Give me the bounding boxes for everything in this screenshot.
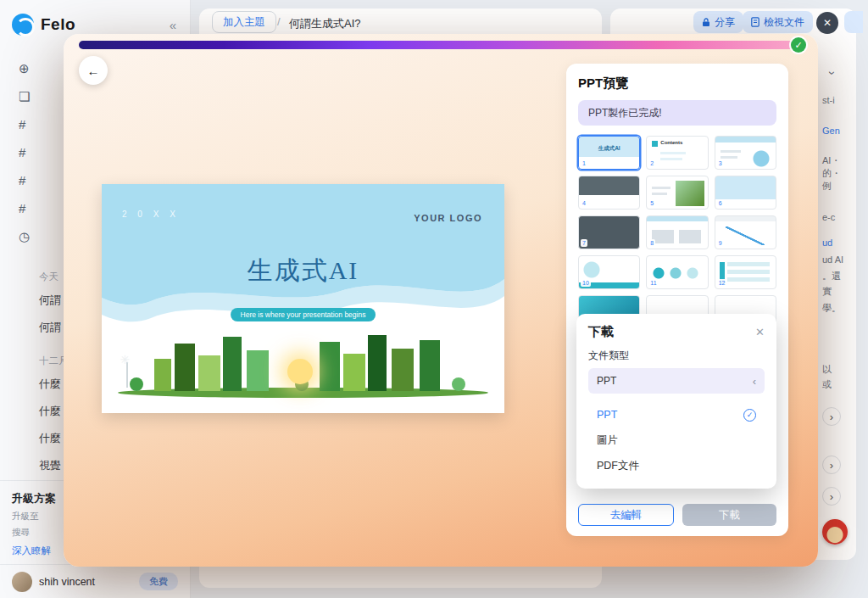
breadcrumb: 何謂生成式AI?	[289, 16, 361, 31]
slide-thumbnail[interactable]: 5	[646, 176, 708, 210]
thumbnail-number: 6	[717, 199, 724, 207]
building-shape	[368, 335, 387, 391]
lightbulb-shape	[287, 359, 313, 384]
slide-year: 2 0 X X	[122, 210, 180, 219]
truncated-text-fragment: 或	[822, 378, 832, 391]
slide-thumbnail[interactable]: 7	[578, 215, 640, 249]
thumbnail-number: 10	[581, 279, 591, 287]
building-shape	[154, 359, 171, 391]
slide-thumbnail[interactable]: 6	[715, 176, 776, 210]
slide-preview: 2 0 X X YOUR LOGO 生成式AI Here is where yo…	[102, 184, 504, 413]
building-shape	[343, 354, 365, 391]
truncated-toolbar-button[interactable]	[844, 11, 863, 33]
tree-shape	[130, 377, 143, 391]
download-button[interactable]: 下載	[682, 504, 776, 526]
building-shape	[175, 344, 195, 391]
file-type-label: 文件類型	[588, 349, 765, 363]
thumbnail-number: 7	[581, 239, 587, 247]
status-banner: PPT製作已完成!	[578, 100, 776, 126]
building-shape	[223, 337, 242, 391]
thumbnail-number: 9	[717, 239, 724, 247]
truncated-text-fragment: 實	[822, 285, 832, 298]
lock-icon	[702, 18, 710, 27]
back-button[interactable]: ←	[79, 56, 108, 85]
popup-title: 下載	[588, 324, 614, 340]
file-type-select[interactable]: PPT ‹	[588, 368, 765, 394]
panel-footer: 去編輯 下載	[578, 504, 776, 526]
slide-thumbnail[interactable]: Contents2	[646, 136, 708, 170]
thumbnail-number: 12	[717, 279, 727, 287]
slide-thumbnail[interactable]: 4	[578, 176, 640, 210]
close-document-button[interactable]: ✕	[816, 12, 838, 34]
panel-title: PPT預覽	[578, 75, 776, 92]
truncated-text-fragment: st-i	[822, 95, 835, 105]
collapse-section-chevron-icon[interactable]: ›	[826, 71, 839, 75]
truncated-text-fragment: 例	[822, 180, 832, 193]
thumbnail-number: 4	[581, 199, 587, 207]
building-shape	[420, 340, 440, 391]
thumbnail-number: 1	[581, 159, 587, 167]
building-shape	[320, 342, 340, 391]
truncated-text-fragment: 。還	[822, 270, 841, 282]
user-row[interactable]: shih vincent 免費	[0, 564, 190, 598]
thumbnail-number: 11	[648, 279, 658, 287]
thumbnail-number: 5	[648, 199, 655, 207]
sidebar-collapse-icon[interactable]: «	[170, 18, 178, 32]
share-button[interactable]: 分享	[693, 11, 743, 33]
thumbnail-number: 8	[648, 239, 655, 247]
ppt-generation-modal: ✓ ← 2 0 X X YOUR LOGO 生成式AI Here is wher…	[64, 34, 818, 567]
expand-chevron-button[interactable]: ›	[822, 407, 841, 426]
slide-thumbnail[interactable]: 10	[578, 255, 640, 289]
truncated-text-fragment: ud	[822, 238, 832, 248]
thumbnail-number: 3	[717, 159, 724, 167]
truncated-text-fragment: 的・	[822, 167, 841, 180]
thumbnail-number: 2	[648, 159, 655, 167]
slide-thumbnail[interactable]: 8	[646, 215, 708, 249]
selected-file-type: PPT	[597, 375, 616, 387]
edit-button[interactable]: 去編輯	[578, 504, 674, 526]
selected-check-icon: ✓	[743, 409, 756, 422]
chevron-icon: ‹	[753, 375, 756, 388]
thumbnail-label: Contents	[660, 140, 682, 145]
truncated-text-fragment: 學。	[822, 302, 841, 315]
building-shape	[247, 350, 269, 391]
username: shih vincent	[39, 576, 95, 588]
popup-close-icon[interactable]: ✕	[755, 326, 765, 338]
download-popup: 下載 ✕ 文件類型 PPT ‹ PPT✓圖片PDF文件	[576, 314, 776, 489]
felo-logo-icon[interactable]	[12, 14, 34, 36]
slide-thumbnail[interactable]: 11	[646, 255, 708, 289]
brand-name: Felo	[41, 15, 75, 34]
file-type-option[interactable]: PDF文件	[588, 453, 765, 478]
truncated-text-fragment: ud AI	[822, 254, 843, 265]
breadcrumb-separator: /	[277, 15, 281, 28]
slide-logo-text: YOUR LOGO	[414, 213, 482, 223]
learn-more-link[interactable]: 深入瞭解	[12, 545, 51, 557]
truncated-text-fragment: Gen	[822, 126, 840, 136]
view-document-button[interactable]: 檢視文件	[743, 11, 813, 33]
thumbnail-label: 生成式AI	[579, 145, 639, 153]
add-topic-button[interactable]: 加入主題	[212, 11, 276, 33]
expand-chevron-button[interactable]: ›	[822, 455, 841, 474]
complete-check-icon: ✓	[791, 37, 806, 53]
document-icon	[751, 17, 760, 27]
building-shape	[392, 349, 414, 391]
file-type-option[interactable]: 圖片	[588, 428, 765, 453]
slide-thumbnail[interactable]: 12	[715, 255, 776, 289]
expand-chevron-button[interactable]: ›	[822, 487, 841, 506]
option-label: PDF文件	[597, 459, 639, 473]
slide-thumbnail[interactable]: 9	[715, 215, 776, 249]
thumbnail-grid: 生成式AI1Contents23456789101112131415	[578, 136, 776, 329]
slide-thumbnail[interactable]: 3	[715, 136, 776, 170]
windmill-shape	[126, 362, 128, 388]
avatar	[12, 572, 32, 592]
slide-thumbnail[interactable]: 生成式AI1	[578, 136, 640, 170]
daruma-emoji[interactable]	[822, 519, 848, 545]
progress-bar: ✓	[79, 41, 803, 49]
slide-title: 生成式AI	[102, 254, 504, 288]
option-label: PPT	[597, 409, 617, 421]
view-doc-label: 檢視文件	[764, 15, 804, 30]
truncated-text-fragment: 以	[822, 363, 832, 376]
tree-shape	[452, 377, 465, 391]
file-type-option[interactable]: PPT✓	[588, 402, 765, 428]
truncated-text-fragment: e-c	[822, 212, 835, 222]
